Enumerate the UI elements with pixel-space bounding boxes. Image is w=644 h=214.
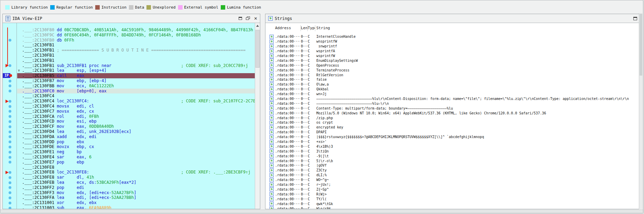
string-list-item[interactable]: .rdata:00···0···COpenProcess [265,63,639,68]
disasm-line[interactable]: .___:2C130FB7 mov ebp, [ebp-4] [17,78,255,83]
string-list-item[interactable]: .rdata:00···0···C|$$$}rstuvwxyz{$$$$$$$>… [265,135,639,139]
string-list-item[interactable]: .rdata:00···0···CWO~^g~ [265,178,639,182]
float-button[interactable] [246,16,250,21]
string-length: 0··· [301,49,308,53]
string-list-item[interactable]: .rdata:00···0···CO\aw,a [265,82,639,87]
disasm-line[interactable]: .___:2C130FB5 call eax [17,73,255,78]
string-list-item[interactable]: .rdata:00···0···C|gOVf [265,163,639,168]
string-list-item[interactable]: .rdata:00···0···C4\x1B%)3 [265,144,639,149]
string-list-item[interactable]: .rdata:00···0···CZ{~Sp^ [265,187,639,192]
disasm-line[interactable]: .___:2C130FCF mov eax, 0DDB0A40Dh [17,124,255,129]
disasm-line[interactable]: .___:2C130FD4 lea edi, unk_262E102B[ecx] [17,129,255,134]
disasm-line[interactable]: .___:2C130FB1 ; =============== S U B R … [17,48,255,53]
disasm-line[interactable]: .___:2C130FFA lea edi, [edi+ecx-52AA27BB… [17,195,255,200]
string-value: W\n/s9$ [315,207,639,209]
disassembly-vertical-scrollbar[interactable] [255,23,260,209]
disasm-line[interactable]: .___:2C130FE8 loc_2C130FE8: ; CODE XREF:… [17,170,255,175]
disasm-line[interactable]: .___:2C130FCD mov esi, ebp [17,119,255,124]
string-list-item[interactable]: .rdata:00···0···Cfalse [265,77,639,82]
disasm-line[interactable]: .___:2C130FB1 sub_2C130FB1 proc near ; C… [17,63,255,68]
disasm-line[interactable]: .___:2C130FC4 [17,93,255,99]
disasm-line[interactable]: .___:2C130FC4 movsx edi, cl [17,104,255,109]
string-type: C [308,59,315,63]
disasm-line[interactable]: .___:2C130F9C dd 0FE60C494h, 0F48FFFFh, … [17,33,255,38]
disasm-line[interactable]: .___:2C130FEB lea ecx, ds:53BCA29Fh[eax*… [17,180,255,185]
disasm-line[interactable]: .___:2C131001 xor edx, ebx [17,200,255,205]
string-address: .rdata:00··· [275,87,301,91]
disasm-line[interactable]: .___:2C130FB0 db 0FFh [17,38,255,43]
string-list-item[interactable]: .rdata:00···0···Cr~jUx!; [265,182,639,187]
string-list-item[interactable]: .rdata:00···0···CwnsprintfW [265,39,639,44]
string-list-item[interactable]: .rdata:00···0···C———————————————————————… [265,97,639,101]
string-list-item[interactable]: .rdata:00···0···C3\tiQn [265,149,639,154]
string-list-item[interactable]: .rdata:00···0···Cencrypted_key [265,125,639,130]
string-list-item[interactable]: .rdata:00···0···CContent-Type: multipart… [265,106,639,111]
string-list-item[interactable]: .rdata:00···0···CZ3Cty [265,168,639,173]
disasm-line[interactable]: .___:2C130FE4 sar eax, 6 [17,155,255,160]
string-list-item[interactable]: .rdata:00···0···Cwn>Jj [265,92,639,97]
string-address: .rdata:00··· [275,59,301,63]
string-list-item[interactable]: .rdata:00···0···C/zip.php [265,115,639,120]
disasm-line[interactable]: .___:2C130FE8 [17,165,255,170]
disasm-line[interactable]: .___:2C130F80 dd 0BC7DBC8Dh, 40B51A1Ah, … [17,27,255,33]
column-header-type[interactable]: Type [308,25,315,31]
string-value: 4\x1B%)3 [315,145,639,148]
string-list-item[interactable]: .rdata:00···0···CW\n/s9$ [265,206,639,209]
string-type: C [308,159,315,163]
string-address: .rdata:00··· [275,130,301,134]
string-list-item[interactable]: .rdata:00···0···CRtlGetVersion [265,72,639,77]
string-list-item[interactable]: .rdata:00···0···C+xs>' [265,139,639,144]
string-list-item[interactable]: .rdata:00···0···C5)\r-o\b [265,158,639,163]
string-list-item[interactable]: .rdata:00···0···CInternetCloseHandle [265,34,639,39]
string-type: C [308,35,315,38]
disasm-line[interactable]: .___:2C130FBB mov ecx, 0AC11222Eh [17,83,255,89]
string-list-item[interactable]: .rdata:00···0···CDPAPI [265,130,639,135]
string-list-item[interactable]: .rdata:00···0···CMozilla/5.0 (Windows NT… [265,111,639,115]
string-list-item[interactable]: .rdata:00···0···Cqwk*\tGk [265,201,639,206]
column-header-address[interactable]: Address [275,25,301,31]
string-list-item[interactable]: .rdata:00···0···CR(Wj> [265,192,639,196]
disasm-line[interactable]: .___:2C130FC7 movsx edx, cx [17,109,255,114]
string-list-item[interactable]: .rdata:00···0···CEnumDisplaySettingsW [265,58,639,63]
disasm-line[interactable]: .___:2C130FB1 [17,58,255,63]
disasm-line[interactable]: .___:2C130FDD pop ebx [17,139,255,145]
string-list-item[interactable]: .rdata:00···0···CTerminateProcess [265,68,639,72]
strings-vertical-scrollbar[interactable] [639,13,643,209]
ida-view-titlebar[interactable]: IDA View-EIP ✕ [3,14,260,23]
disasm-line[interactable]: .___:2C130FB1 [17,53,255,58]
string-list-item[interactable]: .rdata:00···0···Cos_crypt [265,120,639,125]
disasm-line[interactable]: .___:2C130FE7 pop ebp [17,160,255,165]
disassembly-content[interactable]: .___:2C130F80 dd 0BC7DBC8Dh, 40B51A1Ah, … [3,23,255,209]
maximize-button[interactable] [238,16,243,21]
scrollbar-thumb[interactable] [255,30,260,68]
strings-float-button[interactable] [633,17,637,20]
disasm-line[interactable]: .___:2C130FB1 lea esp, [esp+4] [17,68,255,73]
string-list-item[interactable]: .rdata:00···0···CQkkbal [265,87,639,92]
string-list-item[interactable]: .rdata:00···0···CdLI;% [265,173,639,178]
close-button[interactable]: ✕ [253,16,258,21]
disasm-line[interactable]: .___:2C130FE8 sar dl, 41h [17,175,255,180]
string-list-item[interactable]: .rdata:00···0···CTY/l( [265,196,639,201]
disasm-line[interactable]: .___:2C130FDA xadd edx, edi [17,134,255,139]
disasm-line[interactable]: .___:2C130FCA rol edi, 0FBh [17,114,255,119]
string-list-item[interactable]: .rdata:00···0···CwsprintfA [265,49,639,54]
disasm-line[interactable]: .___:2C130FC0 mov [ebp+0], eax [17,89,255,94]
string-list-item[interactable]: .rdata:00···0···C———————————————————————… [265,101,639,106]
column-header-string[interactable]: String [315,25,330,31]
disasm-line[interactable]: .___:2C130FE1 neg bp [17,149,255,155]
scroll-up-arrow-icon[interactable] [256,25,259,27]
string-list-item[interactable]: .rdata:00···0···C-9|]\t [265,154,639,158]
string-address: .rdata:00··· [275,82,301,86]
strings-titlebar[interactable]: Strings [265,14,639,23]
column-header-length[interactable]: Length [301,25,308,31]
disasm-line[interactable]: .___:2C130FF2 pop edi [17,185,255,190]
disasm-line[interactable]: .___:2C130FC4 loc_2C130FC4: ; CODE XREF:… [17,99,255,104]
string-length: 0··· [301,106,308,110]
disasm-line[interactable]: .___:2C130FB1 [17,43,255,48]
disasm-line[interactable]: .___:2C131003 sub eax, 6FA9A889h [17,205,255,209]
string-list-item[interactable]: .rdata:00···0···C_snwprintf [265,44,639,49]
string-list-item[interactable]: .rdata:00···0···CwsprintfW [265,54,639,58]
disasm-line[interactable]: .___:2C130FDE movzx ebp, cx [17,144,255,149]
scrollbar-thumb[interactable] [640,14,642,76]
disasm-line[interactable]: .___:2C130FF3 mov edx, [edi+ecx-52AA27BF… [17,190,255,195]
